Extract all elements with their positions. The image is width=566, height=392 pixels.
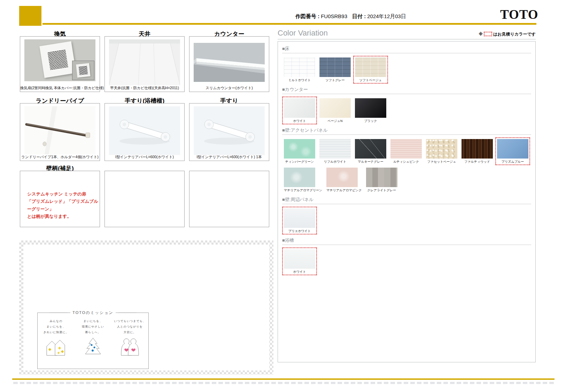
- mission-col-clean: みんなのまいにちを、きれいに快適に。: [38, 318, 75, 357]
- accent-swatch: [284, 168, 315, 187]
- empty-panel: [189, 171, 269, 227]
- section-heading-floor: ■床: [282, 46, 531, 52]
- surround-panel-swatches: プリエホワイト: [282, 207, 531, 235]
- swatch-cell-selected: プリエホワイト: [282, 207, 317, 235]
- mission-title: TOTOのミッション: [70, 310, 116, 315]
- product-panel-ventilation: 換気扇(2室同時換気 本体カバー:抗菌・防カビ仕様): [20, 36, 100, 92]
- surround-swatch: [284, 208, 315, 228]
- accent-swatch: [319, 139, 351, 159]
- swatch-cell: ブラック: [353, 97, 388, 124]
- accent-swatch: [355, 139, 386, 159]
- floor-swatch: [319, 57, 351, 77]
- swatch-cell: ティンバーグリーン: [282, 137, 317, 165]
- counter-swatch: [355, 98, 386, 118]
- estimate-color-note: ※はお見積りカラーです: [278, 31, 536, 37]
- product-caption: ランドリーパイプ1本、ホルダー4個(ホワイト): [20, 155, 100, 160]
- header-gold-rule: [42, 23, 536, 25]
- accent-swatch: [326, 168, 358, 187]
- section-heading-surround-panel: ■壁:周辺パネル: [282, 197, 531, 203]
- swatch-cell-selected: ソフトベージュ: [353, 56, 388, 84]
- ceiling-image: [109, 39, 180, 87]
- product-panel-grab-bar: I型インテリアバーL=600(ホワイト) 1本: [189, 103, 269, 161]
- product-panel-ceiling: 平天井(抗菌・防カビ仕様)(天井高H=2011): [104, 36, 185, 92]
- people-icon: [112, 337, 148, 357]
- counter-swatch: [284, 98, 315, 118]
- floor-swatch: [355, 57, 386, 77]
- product-panel-counter: スリムカウンター(ホワイト): [189, 36, 269, 92]
- swatch-cell: マルキーナグレー: [353, 137, 388, 165]
- swatch-cell: ベージュN: [318, 97, 352, 124]
- swatch-cell: ルティシュピンク: [389, 137, 424, 165]
- accent-panel-swatches: ティンバーグリーン リフルホワイト マルキーナグレー ルティシュピンク ファセッ…: [282, 137, 531, 194]
- section-heading-accent-panel: ■壁:アクセントパネル: [282, 127, 531, 133]
- accent-swatch: [426, 139, 457, 159]
- product-caption: 換気扇(2室同時換気 本体カバー:抗菌・防カビ仕様): [20, 86, 100, 91]
- color-variation-box: ■床 ミルトホワイト ソフトグレー ソフトベージュ ■カウンター ホワイト ベー…: [278, 41, 536, 362]
- counter-swatch: [319, 98, 351, 118]
- footer-gold-rule: [12, 378, 555, 380]
- product-caption: スリムカウンター(ホワイト): [189, 86, 269, 91]
- checkered-border-area: TOTOのミッション みんなのまいにちを、きれいに快適に。: [19, 240, 273, 375]
- swatch-cell: ファルティウッド: [460, 137, 495, 165]
- accent-swatch: [366, 168, 397, 187]
- bathtub-swatch: [284, 249, 315, 269]
- date-label: 日付 :: [352, 13, 366, 19]
- swatch-cell: クレアライトグレー: [364, 166, 399, 194]
- section-heading-bathtub: ■浴槽: [282, 237, 531, 244]
- swatch-cell-selected: ホワイト: [282, 247, 317, 275]
- accent-swatch: [497, 139, 528, 159]
- house-icon: [38, 337, 75, 357]
- swatch-cell-selected: ホワイト: [282, 97, 317, 124]
- counter-swatches: ホワイト ベージュN ブラック: [282, 97, 531, 124]
- swatch-cell: リフルホワイト: [318, 137, 352, 165]
- mission-col-people: いつでもいつまでも、人とのつながりを大切に。: [112, 318, 148, 357]
- brand-accent-square: [19, 6, 41, 26]
- empty-panel: [104, 171, 185, 227]
- drawing-meta: 作図番号 :FU0SRB93日付 :2024年12月03日: [295, 13, 411, 20]
- grab-bar-image: [109, 106, 180, 156]
- counter-image: [194, 43, 265, 83]
- accent-swatch: [390, 139, 422, 159]
- product-caption: I型インテリアバーL=600(ホワイト): [105, 155, 184, 160]
- grab-bar-image: [194, 106, 265, 156]
- swatch-cell: マテリアルアロマグリーン: [282, 166, 324, 194]
- toto-mission-box: TOTOのミッション みんなのまいにちを、きれいに快適に。: [37, 313, 149, 369]
- bathtub-swatches: ホワイト: [282, 247, 531, 275]
- swatch-cell: ファセットベージュ: [424, 137, 459, 165]
- tree-icon: [75, 337, 111, 357]
- section-heading-counter: ■カウンター: [282, 86, 531, 93]
- wall-note-text: システムキッチン ミッテの扉 「プリズムレッド」「プリズムブルーグリーン」 とは…: [27, 191, 100, 220]
- product-caption: I型インテリアバーL=600(ホワイト) 1本: [189, 155, 269, 160]
- color-variation-underline: [278, 39, 536, 39]
- swatch-cell: マテリアルアロマピンク: [325, 166, 363, 194]
- ventilation-fan-image: [24, 39, 95, 81]
- mission-col-environment: まいにちを、環境にやさしい暮らしへ。: [75, 318, 111, 357]
- accent-swatch: [462, 139, 493, 159]
- wall-note-panel: システムキッチン ミッテの扉 「プリズムレッド」「プリズムブルーグリーン」 とは…: [20, 171, 100, 227]
- laundry-pipe-image: [24, 106, 95, 156]
- product-panel-laundry-pipe: ランドリーパイプ1本、ホルダー4個(ホワイト): [20, 103, 100, 161]
- swatch-cell: ソフトグレー: [318, 56, 352, 84]
- date-value: 2024年12月03日: [367, 13, 406, 19]
- product-panel-grab-bar-bath: I型インテリアバーL=600(ホワイト): [104, 103, 185, 161]
- toto-logo: TOTO: [500, 7, 538, 22]
- drawing-number-label: 作図番号 :: [295, 13, 319, 19]
- floor-swatches: ミルトホワイト ソフトグレー ソフトベージュ: [282, 56, 531, 84]
- swatch-cell-selected: プリズムブルー: [495, 137, 530, 165]
- accent-swatch: [284, 139, 315, 159]
- product-caption: 平天井(抗菌・防カビ仕様)(天井高H=2011): [105, 86, 184, 91]
- estimate-color-swatch-icon: [484, 32, 492, 36]
- drawing-number-value: FU0SRB93: [321, 13, 347, 19]
- footer-fine-print: [13, 382, 554, 384]
- swatch-cell: ミルトホワイト: [282, 56, 317, 84]
- floor-swatch: [284, 57, 315, 77]
